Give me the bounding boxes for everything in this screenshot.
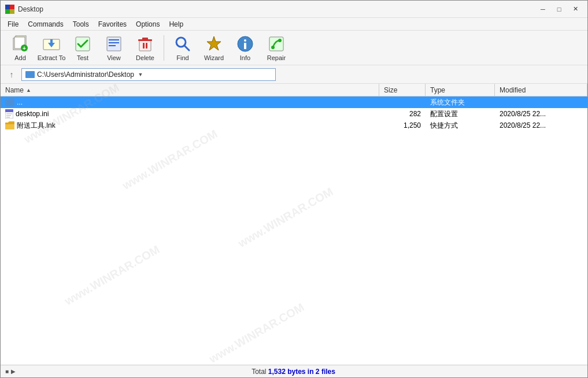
extract-label: Extract To xyxy=(38,54,66,61)
svg-point-29 xyxy=(278,39,282,42)
up-button[interactable]: ↑ xyxy=(5,68,18,81)
info-button[interactable]: Info xyxy=(230,33,260,63)
add-label: Add xyxy=(14,54,26,61)
table-row[interactable]: ... 系统文件夹 xyxy=(1,97,587,108)
svg-marker-24 xyxy=(207,36,221,50)
ini-file-icon xyxy=(5,109,13,118)
file-header: Name ▲ Size Type Modified xyxy=(1,84,587,97)
cell-modified-1: 2020/8/25 22... xyxy=(495,110,587,118)
menu-item-favorites[interactable]: Favorites xyxy=(94,19,131,29)
folder-lnk-icon xyxy=(5,121,14,129)
menu-item-commands[interactable]: Commands xyxy=(23,19,68,29)
close-button[interactable]: ✕ xyxy=(568,3,583,15)
title-bar-left: Desktop xyxy=(5,5,43,14)
address-input[interactable]: C:\Users\Administrator\Desktop ▼ xyxy=(21,68,276,81)
title-bar: Desktop ─ □ ✕ xyxy=(1,1,587,18)
repair-label: Repair xyxy=(267,54,286,61)
test-icon xyxy=(73,35,92,53)
wizard-button[interactable]: Wizard xyxy=(199,33,229,63)
delete-icon xyxy=(136,35,154,53)
svg-rect-14 xyxy=(109,39,119,40)
table-row[interactable]: desktop.ini 282 配置设置 2020/8/25 22... xyxy=(1,108,587,120)
wizard-label: Wizard xyxy=(204,54,224,61)
add-button[interactable]: + Add xyxy=(5,33,35,63)
folder-icon-row0 xyxy=(5,98,14,106)
test-label: Test xyxy=(77,54,88,61)
svg-rect-27 xyxy=(244,43,246,49)
title-controls: ─ □ ✕ xyxy=(535,3,583,15)
svg-rect-28 xyxy=(269,37,283,51)
menu-item-help[interactable]: Help xyxy=(164,19,188,29)
svg-rect-34 xyxy=(6,115,11,116)
test-button[interactable]: Test xyxy=(68,33,98,63)
col-modified[interactable]: Modified xyxy=(495,84,587,96)
address-path: C:\Users\Administrator\Desktop xyxy=(37,71,134,79)
repair-icon xyxy=(267,35,286,53)
svg-rect-13 xyxy=(107,37,121,51)
view-icon xyxy=(105,35,123,53)
address-bar: ↑ C:\Users\Administrator\Desktop ▼ xyxy=(1,65,587,84)
svg-rect-1 xyxy=(10,5,14,9)
window-title: Desktop xyxy=(18,5,43,13)
minimize-button[interactable]: ─ xyxy=(535,3,550,15)
extract-button[interactable]: Extract To xyxy=(36,33,66,63)
toolbar: + Add Extract To Test xyxy=(1,31,587,65)
svg-line-23 xyxy=(184,46,189,50)
find-label: Find xyxy=(176,54,188,61)
cell-modified-2: 2020/8/25 22... xyxy=(495,121,587,129)
status-icon-1: ■ xyxy=(5,368,9,375)
cell-name-1: desktop.ini xyxy=(1,109,379,118)
delete-button[interactable]: Delete xyxy=(130,33,160,63)
maximize-button[interactable]: □ xyxy=(552,3,567,15)
svg-point-26 xyxy=(244,39,246,42)
status-bar: ■ ▶ Total 1,532 bytes in 2 files xyxy=(1,365,587,377)
cell-type-1: 配置设置 xyxy=(426,109,495,119)
col-type[interactable]: Type xyxy=(426,84,495,96)
cell-name-2: 附送工具.lnk xyxy=(1,121,379,131)
status-left: ■ ▶ xyxy=(5,368,16,375)
status-icons: ■ ▶ xyxy=(5,368,16,375)
find-button[interactable]: Find xyxy=(168,33,198,63)
cell-type-0: 系统文件夹 xyxy=(426,98,495,108)
wizard-icon xyxy=(205,35,223,53)
info-icon xyxy=(236,35,254,53)
winrar-icon xyxy=(5,5,14,14)
menu-item-options[interactable]: Options xyxy=(131,19,164,29)
repair-button[interactable]: Repair xyxy=(261,33,291,63)
cell-size-1: 282 xyxy=(379,110,426,118)
svg-rect-16 xyxy=(109,45,116,46)
col-name[interactable]: Name ▲ xyxy=(1,84,379,96)
menu-item-file[interactable]: File xyxy=(3,19,23,29)
view-button[interactable]: View xyxy=(99,33,129,63)
svg-rect-19 xyxy=(142,38,148,40)
col-size[interactable]: Size xyxy=(379,84,426,96)
sort-arrow: ▲ xyxy=(26,87,31,93)
status-icon-2: ▶ xyxy=(11,368,16,375)
add-icon: + xyxy=(11,35,29,53)
svg-rect-21 xyxy=(146,43,147,49)
menu-item-tools[interactable]: Tools xyxy=(68,19,94,29)
folder-icon xyxy=(25,71,35,78)
extract-icon xyxy=(42,35,61,53)
svg-rect-17 xyxy=(139,40,151,51)
delete-label: Delete xyxy=(136,54,154,61)
view-label: View xyxy=(107,54,121,61)
svg-point-30 xyxy=(271,46,275,49)
cell-size-2: 1,250 xyxy=(379,121,426,129)
toolbar-sep-1 xyxy=(164,35,164,61)
file-list: ... 系统文件夹 xyxy=(1,97,587,365)
status-highlight: 1,532 bytes in 2 files xyxy=(268,368,335,376)
status-text: Total 1,532 bytes in 2 files xyxy=(252,368,335,376)
table-row[interactable]: 附送工具.lnk 1,250 快捷方式 2020/8/25 22... xyxy=(1,120,587,131)
svg-rect-32 xyxy=(5,109,13,112)
svg-rect-35 xyxy=(6,117,10,118)
svg-rect-20 xyxy=(143,43,145,49)
svg-rect-33 xyxy=(6,113,12,114)
main-window: Desktop ─ □ ✕ FileCommandsToolsFavorites… xyxy=(0,0,588,378)
svg-rect-3 xyxy=(10,9,14,14)
svg-rect-0 xyxy=(5,5,10,9)
info-label: Info xyxy=(240,54,250,61)
cell-name-0: ... xyxy=(1,98,379,106)
address-dropdown-arrow[interactable]: ▼ xyxy=(136,72,145,77)
svg-rect-2 xyxy=(5,9,10,14)
